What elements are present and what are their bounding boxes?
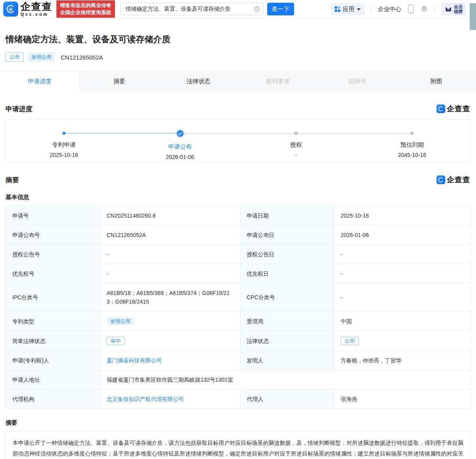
tab-drawings[interactable]: 附图: [397, 72, 476, 91]
publication-number: CN121265052A: [61, 54, 103, 61]
brand-name: 企查查: [21, 2, 52, 11]
qcc-watermark-icon: [437, 175, 445, 184]
publication-number-cell: CN121265052A: [100, 226, 240, 245]
timeline-step-filing: 专利申请 2025-10-16: [6, 120, 122, 162]
enterprise-center-link[interactable]: 企业中心: [378, 6, 401, 13]
table-row: 授权公告号 - 授权公告日 -: [6, 245, 471, 264]
publication-date: 2026-01-06: [334, 226, 471, 245]
tab-legal-status[interactable]: 法律状态: [159, 72, 238, 91]
check-icon: [177, 130, 184, 137]
abstract-subtitle: 摘要: [6, 419, 470, 427]
qcc-logo[interactable]: 企 企查查 Qcc.com: [3, 2, 52, 17]
grant-date: -: [334, 245, 471, 264]
table-row: 优先权号 - 优先权日 -: [6, 264, 471, 284]
agency-link[interactable]: 北京集佳知识产权代理有限公司: [107, 396, 184, 402]
timeline-step-expiry: 预估到期 2045-10-16: [354, 120, 470, 162]
search-input[interactable]: [120, 3, 263, 15]
timeline-dot: [410, 132, 414, 135]
table-row: 申请公布号 CN121265052A 申请公布日 2026-01-06: [6, 226, 471, 245]
timeline-dot: [294, 132, 298, 135]
brand-domain: Qcc.com: [21, 12, 52, 17]
ipc-classification: A61B5/16；A61B5/369；A61B5/374；G06F18/213；…: [100, 284, 240, 312]
chevron-down-icon: [357, 8, 361, 11]
tab-abstract[interactable]: 摘要: [80, 72, 159, 91]
divider: [435, 5, 435, 13]
search-button[interactable]: 查一下: [267, 3, 294, 15]
apps-label: 应用: [343, 6, 354, 13]
table-row: 简单法律状态 审中 法律状态 公布: [6, 331, 471, 351]
slogan-badge: 缔造有远见的商业传奇 全国企业信用查询系统: [56, 0, 115, 18]
timeline-step-publication: 申请公布 2026-01-06: [122, 120, 238, 162]
tab-application-progress[interactable]: 申请进度: [0, 72, 80, 91]
application-number: CN202511480260.8: [100, 206, 240, 226]
patent-type-badge: 发明公布: [107, 317, 134, 325]
timeline-dot: [62, 132, 66, 135]
status-badge-publication: 公布: [6, 52, 24, 62]
clear-search-icon[interactable]: ✕: [254, 6, 260, 12]
notification-bell-icon[interactable]: [420, 5, 428, 13]
basic-info-title: 基本信息: [6, 194, 470, 201]
table-row: 申请人地址 福建省厦门市集美区软件园三期凤岐路132号1301室: [6, 370, 471, 390]
qcc-watermark: 企查查: [437, 104, 470, 114]
status-badge-invention: 发明公布: [28, 52, 55, 62]
top-header: 企 企查查 Qcc.com 缔造有远见的商业传奇 全国企业信用查询系统 ✕ 查一…: [0, 0, 476, 19]
basic-info-table: 申请号 CN202511480260.8 申请日期 2025-10-16 申请公…: [6, 206, 471, 409]
table-row: IPC分类号 A61B5/16；A61B5/369；A61B5/374；G06F…: [6, 284, 471, 312]
section-title-progress: 申请进度: [6, 104, 32, 114]
tab-bar: 申请进度 摘要 法律状态 权利要求 说明书 附图: [0, 71, 476, 91]
timeline-step-grant: 授权 -: [238, 120, 354, 162]
qcc-watermark-icon: [437, 104, 445, 113]
agent-name: 张海燕: [334, 390, 471, 409]
legal-status-badge: 公布: [341, 337, 359, 345]
table-row: 代理机构 北京集佳知识产权代理有限公司 代理人 张海燕: [6, 390, 471, 409]
vip-crown-icon: [444, 5, 452, 13]
tab-claims: 权利要求: [238, 72, 317, 91]
receiving-office: 中国: [334, 312, 471, 331]
qcc-watermark: 企查查: [437, 175, 470, 185]
cpc-classification: -: [334, 284, 471, 312]
page-title: 情绪确定方法、装置、设备及可读存储介质: [6, 34, 470, 45]
apps-grid-icon: [335, 6, 340, 12]
table-row: 专利类型 发明公布 受理局 中国: [6, 312, 471, 331]
svg-text:企: 企: [8, 7, 13, 11]
table-row: 申请号 CN202511480260.8 申请日期 2025-10-16: [6, 206, 471, 226]
mobile-app-icon[interactable]: [408, 4, 414, 14]
apps-menu[interactable]: 应用: [331, 3, 365, 15]
applicant-address: 福建省厦门市集美区软件园三期凤岐路132号1301室: [100, 370, 471, 390]
applicant-company-link[interactable]: 厦门熵基科技有限公司: [107, 357, 162, 364]
qcc-logo-icon: 企: [3, 2, 18, 17]
inventors: 方春晓，仲崇亮，丁贺华: [334, 351, 471, 370]
simple-legal-status-badge: 审中: [107, 337, 125, 345]
tab-description: 说明书: [317, 72, 397, 91]
application-date: 2025-10-16: [334, 206, 471, 226]
section-title-abstract: 摘要: [6, 175, 19, 185]
vip-renew-button[interactable]: 会员 续费: [441, 3, 466, 15]
divider: [371, 5, 371, 13]
grant-number: -: [100, 245, 240, 264]
application-timeline: 专利申请 2025-10-16 申请公布 2026-01-06 授权 - 预估到…: [6, 119, 470, 162]
abstract-text: 本申请公开了一种情绪确定方法、装置、设备及可读存储介质，该方法包括获取目标用户对…: [6, 431, 470, 459]
table-row: 申请(专利权)人 厦门熵基科技有限公司 发明人 方春晓，仲崇亮，丁贺华: [6, 351, 471, 370]
priority-number: -: [100, 264, 240, 284]
page-scrollbar[interactable]: [470, 3, 476, 30]
priority-date: -: [334, 264, 471, 284]
